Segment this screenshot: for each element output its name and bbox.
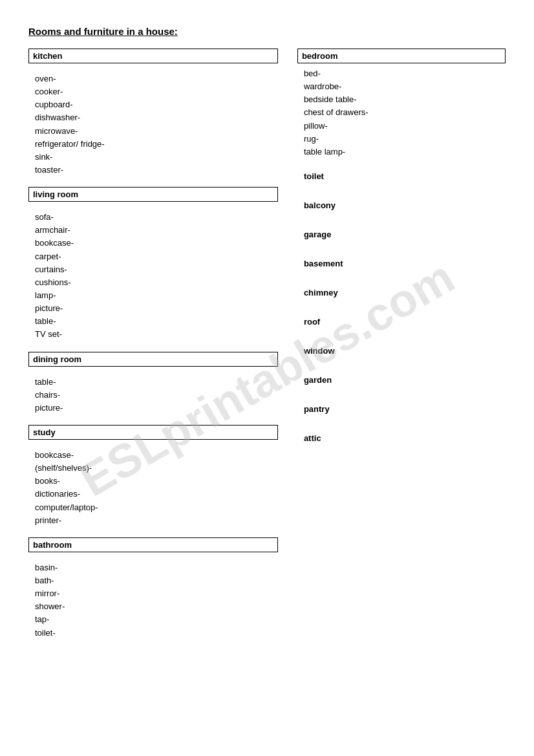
list-item: printer- [35, 514, 278, 527]
section-header-living_room: living room [28, 187, 278, 206]
list-item: TV set- [35, 328, 278, 341]
list-item: computer/laptop- [35, 501, 278, 514]
main-layout: kitchenoven-cooker-cupboard-dishwasher-m… [28, 49, 506, 650]
list-item: tap- [35, 613, 278, 626]
right-section-title-garage: garage [297, 230, 506, 239]
right-section-toilet: toilet [297, 171, 506, 181]
items-list-kitchen: oven-cooker-cupboard-dishwasher-microwav… [28, 72, 278, 177]
list-item: carpet- [35, 250, 278, 263]
list-item: toilet- [35, 627, 278, 640]
list-item: lamp- [35, 289, 278, 302]
right-section-title-attic: attic [297, 433, 506, 443]
list-item: curtains- [35, 263, 278, 276]
list-item: sofa- [35, 211, 278, 224]
right-section-title-toilet: toilet [297, 171, 506, 181]
list-item: sink- [35, 151, 278, 164]
list-item: microwave- [35, 125, 278, 138]
right-column: bedroombed-wardrobe-bedside table-chest … [291, 49, 506, 650]
right-section-title-bedroom: bedroom [297, 49, 506, 63]
list-item: bath- [35, 574, 278, 587]
right-section-basement: basement [297, 259, 506, 268]
items-list-bathroom: basin-bath-mirror-shower-tap-toilet- [28, 561, 278, 640]
list-item: (shelf/shelves)- [35, 462, 278, 475]
right-items-list-bedroom: bed-wardrobe-bedside table-chest of draw… [297, 67, 506, 158]
items-list-living_room: sofa-armchair-bookcase-carpet-curtains-c… [28, 211, 278, 341]
right-section-bedroom: bedroombed-wardrobe-bedside table-chest … [297, 49, 506, 158]
right-section-chimney: chimney [297, 288, 506, 297]
list-item: picture- [35, 302, 278, 315]
list-item: armchair- [35, 224, 278, 237]
list-item: books- [35, 475, 278, 488]
section-header-dining_room: dining room [28, 352, 278, 371]
list-item: wardrobe- [304, 80, 506, 93]
list-item: basin- [35, 561, 278, 574]
section-header-kitchen: kitchen [28, 49, 278, 67]
list-item: mirror- [35, 587, 278, 600]
right-section-window: window [297, 346, 506, 356]
list-item: picture- [35, 402, 278, 415]
list-item: rug- [304, 133, 506, 146]
list-item: oven- [35, 72, 278, 85]
right-section-garage: garage [297, 230, 506, 239]
right-section-attic: attic [297, 433, 506, 443]
section-label-study: study [28, 425, 278, 440]
list-item: toaster- [35, 164, 278, 177]
right-section-roof: roof [297, 317, 506, 327]
section-label-dining_room: dining room [28, 352, 278, 367]
left-column: kitchenoven-cooker-cupboard-dishwasher-m… [28, 49, 291, 650]
list-item: table lamp- [304, 146, 506, 158]
right-section-balcony: balcony [297, 200, 506, 210]
section-label-bathroom: bathroom [28, 537, 278, 552]
list-item: bookcase- [35, 237, 278, 250]
list-item: shower- [35, 600, 278, 613]
right-section-title-balcony: balcony [297, 200, 506, 210]
right-section-title-chimney: chimney [297, 288, 506, 297]
items-list-study: bookcase-(shelf/shelves)-books-dictionar… [28, 449, 278, 527]
list-item: chairs- [35, 389, 278, 402]
list-item: cupboard- [35, 98, 278, 111]
page-title: Rooms and furniture in a house: [28, 26, 506, 37]
list-item: bookcase- [35, 449, 278, 462]
list-item: table- [35, 315, 278, 328]
list-item: dictionaries- [35, 488, 278, 501]
section-header-study: study [28, 425, 278, 444]
list-item: cushions- [35, 276, 278, 289]
items-list-dining_room: table-chairs-picture- [28, 376, 278, 415]
right-section-title-roof: roof [297, 317, 506, 327]
list-item: pillow- [304, 120, 506, 133]
section-label-living_room: living room [28, 187, 278, 202]
list-item: cooker- [35, 85, 278, 98]
list-item: chest of drawers- [304, 106, 506, 119]
list-item: bed- [304, 67, 506, 80]
section-header-bathroom: bathroom [28, 537, 278, 556]
right-section-title-window: window [297, 346, 506, 356]
right-section-title-pantry: pantry [297, 404, 506, 414]
list-item: dishwasher- [35, 111, 278, 124]
right-section-garden: garden [297, 375, 506, 385]
right-section-pantry: pantry [297, 404, 506, 414]
right-section-title-basement: basement [297, 259, 506, 268]
list-item: bedside table- [304, 93, 506, 106]
section-label-kitchen: kitchen [28, 49, 278, 63]
list-item: refrigerator/ fridge- [35, 138, 278, 151]
list-item: table- [35, 376, 278, 389]
right-section-title-garden: garden [297, 375, 506, 385]
